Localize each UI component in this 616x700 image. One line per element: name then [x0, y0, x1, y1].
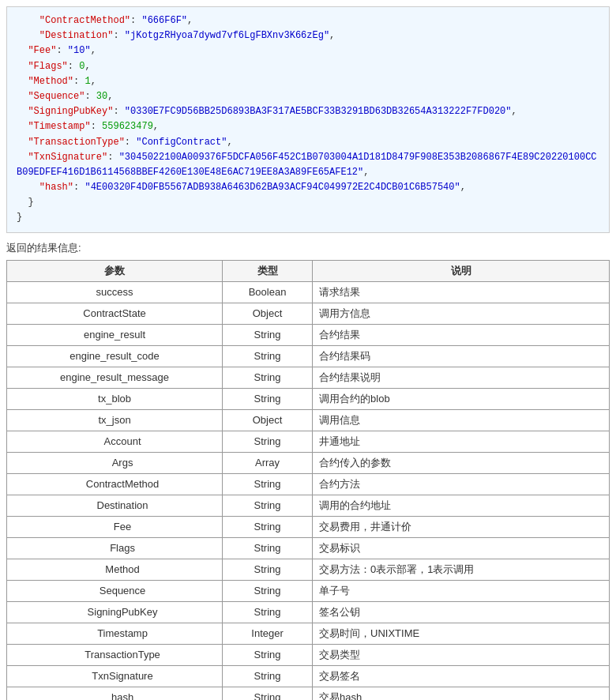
- cell-type: String: [223, 601, 313, 623]
- cell-desc: 交易签名: [313, 665, 610, 687]
- cell-type: String: [223, 559, 313, 580]
- cell-param: SigningPubKey: [7, 601, 223, 623]
- cell-param: engine_result_message: [7, 367, 223, 388]
- cell-param: engine_result_code: [7, 345, 223, 367]
- cell-desc: 签名公钥: [313, 601, 610, 623]
- result-table: 参数 类型 说明 successBoolean请求结果ContractState…: [6, 260, 610, 700]
- return-label: 返回的结果信息:: [6, 241, 610, 255]
- header-row: 参数 类型 说明: [7, 260, 610, 281]
- cell-type: String: [223, 516, 313, 537]
- table-row: MethodString交易方法：0表示部署，1表示调用: [7, 559, 610, 580]
- cell-desc: 合约方法: [313, 473, 610, 495]
- cell-type: Array: [223, 452, 313, 473]
- cell-param: Sequence: [7, 580, 223, 601]
- col-header-desc: 说明: [313, 260, 610, 281]
- cell-param: hash: [7, 687, 223, 700]
- cell-param: success: [7, 281, 223, 303]
- cell-desc: 请求结果: [313, 281, 610, 303]
- cell-param: tx_blob: [7, 388, 223, 409]
- cell-type: String: [223, 665, 313, 687]
- cell-param: ContractState: [7, 303, 223, 324]
- table-row: TxnSignatureString交易签名: [7, 665, 610, 687]
- cell-type: String: [223, 367, 313, 388]
- cell-desc: 合约传入的参数: [313, 452, 610, 473]
- table-row: successBoolean请求结果: [7, 281, 610, 303]
- cell-type: String: [223, 495, 313, 516]
- cell-param: Args: [7, 452, 223, 473]
- cell-type: String: [223, 473, 313, 495]
- page-wrapper: "ContractMethod": "666F6F", "Destination…: [0, 0, 616, 700]
- cell-desc: 单子号: [313, 580, 610, 601]
- table-row: tx_blobString调用合约的blob: [7, 388, 610, 409]
- table-row: ContractMethodString合约方法: [7, 473, 610, 495]
- cell-param: Account: [7, 431, 223, 452]
- cell-param: TransactionType: [7, 644, 223, 665]
- cell-type: Object: [223, 409, 313, 431]
- cell-param: Flags: [7, 537, 223, 559]
- cell-type: String: [223, 324, 313, 345]
- cell-type: String: [223, 388, 313, 409]
- cell-param: engine_result: [7, 324, 223, 345]
- cell-type: String: [223, 580, 313, 601]
- table-row: SequenceString单子号: [7, 580, 610, 601]
- table-row: hashString交易hash: [7, 687, 610, 700]
- cell-desc: 合约结果码: [313, 345, 610, 367]
- cell-desc: 交易时间，UNIXTIME: [313, 623, 610, 644]
- table-row: TimestampInteger交易时间，UNIXTIME: [7, 623, 610, 644]
- code-block: "ContractMethod": "666F6F", "Destination…: [6, 6, 610, 233]
- cell-desc: 合约结果说明: [313, 367, 610, 388]
- cell-desc: 交易方法：0表示部署，1表示调用: [313, 559, 610, 580]
- table-row: engine_result_codeString合约结果码: [7, 345, 610, 367]
- cell-desc: 交易费用，井通计价: [313, 516, 610, 537]
- cell-desc: 交易hash: [313, 687, 610, 700]
- col-header-type: 类型: [223, 260, 313, 281]
- cell-param: TxnSignature: [7, 665, 223, 687]
- cell-desc: 交易类型: [313, 644, 610, 665]
- cell-desc: 交易标识: [313, 537, 610, 559]
- cell-desc: 井通地址: [313, 431, 610, 452]
- cell-desc: 调用信息: [313, 409, 610, 431]
- cell-type: String: [223, 644, 313, 665]
- cell-param: tx_json: [7, 409, 223, 431]
- table-row: FeeString交易费用，井通计价: [7, 516, 610, 537]
- table-row: ContractStateObject调用方信息: [7, 303, 610, 324]
- table-row: FlagsString交易标识: [7, 537, 610, 559]
- cell-type: String: [223, 431, 313, 452]
- table-row: AccountString井通地址: [7, 431, 610, 452]
- cell-param: ContractMethod: [7, 473, 223, 495]
- table-header: 参数 类型 说明: [7, 260, 610, 281]
- table-row: tx_jsonObject调用信息: [7, 409, 610, 431]
- cell-desc: 调用合约的blob: [313, 388, 610, 409]
- cell-type: String: [223, 537, 313, 559]
- table-body: successBoolean请求结果ContractStateObject调用方…: [7, 281, 610, 700]
- cell-param: Timestamp: [7, 623, 223, 644]
- cell-desc: 调用的合约地址: [313, 495, 610, 516]
- table-row: engine_result_messageString合约结果说明: [7, 367, 610, 388]
- cell-desc: 调用方信息: [313, 303, 610, 324]
- cell-type: Object: [223, 303, 313, 324]
- table-row: ArgsArray合约传入的参数: [7, 452, 610, 473]
- col-header-param: 参数: [7, 260, 223, 281]
- cell-desc: 合约结果: [313, 324, 610, 345]
- table-row: DestinationString调用的合约地址: [7, 495, 610, 516]
- cell-param: Fee: [7, 516, 223, 537]
- cell-type: String: [223, 687, 313, 700]
- table-row: TransactionTypeString交易类型: [7, 644, 610, 665]
- cell-type: Boolean: [223, 281, 313, 303]
- cell-type: String: [223, 345, 313, 367]
- table-row: SigningPubKeyString签名公钥: [7, 601, 610, 623]
- table-row: engine_resultString合约结果: [7, 324, 610, 345]
- cell-type: Integer: [223, 623, 313, 644]
- cell-param: Method: [7, 559, 223, 580]
- cell-param: Destination: [7, 495, 223, 516]
